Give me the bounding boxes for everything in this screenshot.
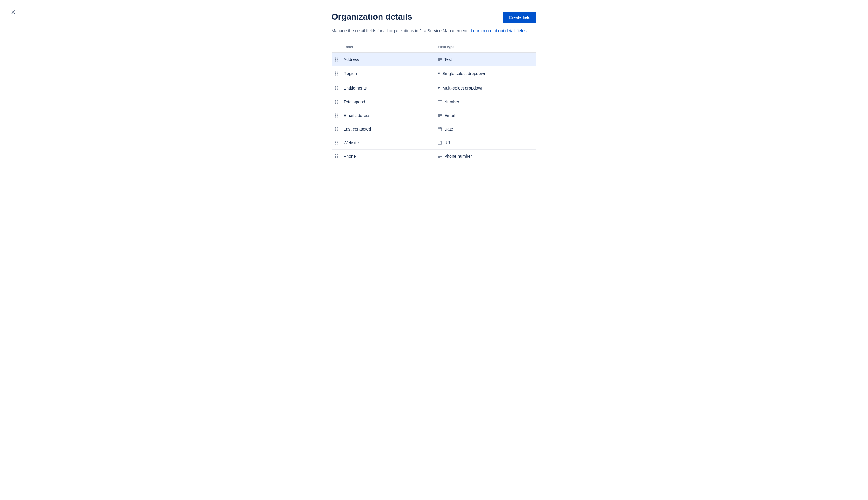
row-field-type: ▾Multi-select dropdown: [438, 85, 532, 91]
row-field-type: Phone number: [438, 154, 532, 159]
field-type-label: Single-select dropdown: [442, 71, 486, 76]
description-text: Manage the detail fields for all organiz…: [332, 28, 536, 34]
column-header-label: Label: [344, 45, 438, 49]
dropdown-icon: ▾: [438, 70, 440, 76]
row-field-type: ▾Single-select dropdown: [438, 70, 532, 76]
drag-handle-icon[interactable]: [335, 141, 338, 145]
table-row[interactable]: Email address Email: [332, 109, 536, 123]
column-header-field-type: Field type: [438, 45, 532, 49]
create-field-button[interactable]: Create field: [503, 12, 536, 23]
row-label: Total spend: [344, 100, 438, 104]
phone-icon: [438, 154, 442, 158]
table-header: Label Field type: [332, 45, 536, 53]
email-icon: [438, 113, 442, 117]
table-row[interactable]: Entitlements▾Multi-select dropdown: [332, 81, 536, 95]
table-rows: Address Text Region▾Single-select dropdo…: [332, 53, 536, 163]
drag-handle-icon[interactable]: [335, 86, 338, 90]
field-type-label: Multi-select dropdown: [442, 86, 484, 90]
drag-handle-icon[interactable]: [335, 71, 338, 76]
table-row[interactable]: Address Text: [332, 53, 536, 66]
row-label: Email address: [344, 113, 438, 118]
row-field-type: Number: [438, 100, 532, 104]
drag-handle-icon[interactable]: [335, 100, 338, 104]
fields-table: Label Field type Address Text Region▾Sin…: [332, 45, 536, 163]
field-type-label: Date: [444, 127, 453, 132]
dropdown-icon: ▾: [438, 85, 440, 91]
row-label: Phone: [344, 154, 438, 159]
row-label: Entitlements: [344, 86, 438, 90]
drag-handle-icon[interactable]: [335, 114, 338, 117]
field-type-label: Email: [444, 113, 455, 118]
table-row[interactable]: Website URL: [332, 136, 536, 150]
learn-more-link[interactable]: Learn more about detail fields.: [471, 29, 528, 33]
text-icon: [438, 57, 442, 61]
svg-rect-13: [438, 141, 441, 145]
table-row[interactable]: Phone Phone number: [332, 150, 536, 163]
row-field-type: Text: [438, 57, 532, 62]
field-type-label: Text: [444, 57, 452, 62]
page-title: Organization details: [332, 12, 412, 22]
field-type-label: Phone number: [444, 154, 472, 159]
drag-handle-icon[interactable]: [335, 58, 338, 61]
table-row[interactable]: Total spend Number: [332, 95, 536, 109]
drag-handle-icon[interactable]: [335, 155, 338, 158]
url-icon: [438, 140, 442, 145]
close-button[interactable]: ✕: [9, 7, 18, 17]
table-row[interactable]: Last contacted Date: [332, 123, 536, 136]
svg-rect-9: [438, 127, 441, 131]
page-header: Organization details Create field: [332, 12, 536, 23]
row-label: Website: [344, 140, 438, 145]
date-icon: [438, 127, 442, 131]
page-container: Organization details Create field Manage…: [313, 0, 555, 175]
table-row[interactable]: Region▾Single-select dropdown: [332, 66, 536, 81]
row-label: Last contacted: [344, 127, 438, 132]
row-label: Address: [344, 57, 438, 62]
field-type-label: Number: [444, 100, 459, 104]
drag-handle-icon[interactable]: [335, 127, 338, 131]
row-field-type: Date: [438, 127, 532, 132]
row-field-type: Email: [438, 113, 532, 118]
row-field-type: URL: [438, 140, 532, 145]
field-type-label: URL: [444, 140, 453, 145]
row-label: Region: [344, 71, 438, 76]
number-icon: [438, 100, 442, 104]
